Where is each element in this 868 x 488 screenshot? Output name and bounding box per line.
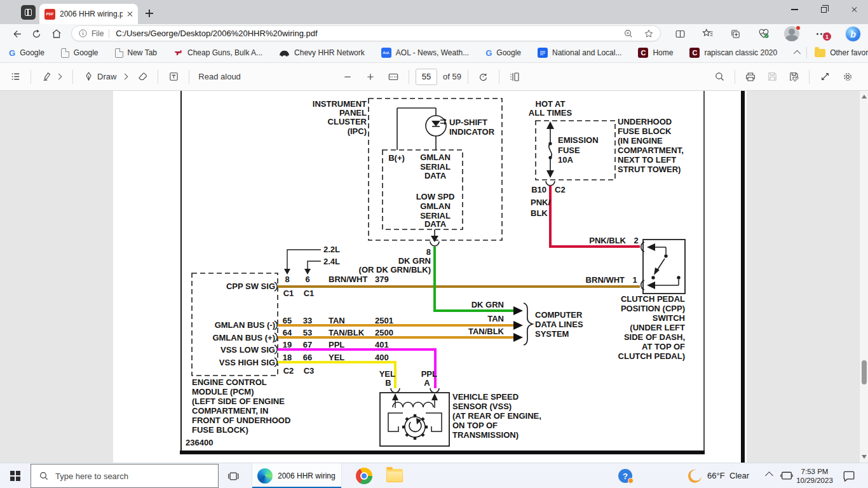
back-button[interactable] [9, 26, 24, 41]
favorite-label: National and Local... [552, 48, 621, 57]
windows-logo-icon [10, 471, 20, 481]
scroll-down-icon[interactable] [862, 455, 867, 459]
pcm-label: FRONT OF UNDERHOOD [192, 416, 290, 425]
rotate-button[interactable] [475, 68, 492, 86]
zoom-in-button[interactable] [362, 68, 379, 86]
favorite-item[interactable]: New Tab [115, 48, 157, 58]
start-button[interactable] [0, 463, 31, 488]
toolbar-divider [189, 70, 189, 84]
url-scheme-label: File [92, 29, 104, 38]
taskbar-search[interactable]: Type here to search [31, 464, 219, 488]
browser-essentials-button[interactable] [756, 26, 771, 41]
tray-expand-chevron[interactable] [765, 471, 773, 480]
page-number-input[interactable]: 55 [416, 69, 437, 85]
collections-button[interactable] [728, 26, 743, 41]
favorite-item[interactable]: Google [61, 48, 98, 58]
pdf-scrollbar[interactable] [859, 91, 868, 463]
connector-label: B10 [531, 185, 546, 194]
toc-button[interactable] [6, 68, 24, 86]
add-text-button[interactable] [165, 68, 182, 86]
favorite-label: New Tab [128, 48, 157, 57]
home-button[interactable] [49, 26, 64, 41]
data-lines-label: DATA LINES [535, 320, 583, 329]
page-view-button[interactable] [506, 68, 524, 86]
zoom-out-button[interactable] [339, 68, 356, 86]
search-icon [714, 71, 725, 82]
info-icon[interactable] [78, 29, 88, 38]
favorite-item[interactable]: Aol.AOL - News, Weath... [381, 48, 469, 58]
favorite-item[interactable]: National and Local... [538, 48, 621, 58]
favorite-star-icon[interactable] [644, 29, 654, 39]
save-button[interactable] [763, 68, 781, 86]
browser-tab[interactable]: PDF 2006 HHR wiring.pdf [39, 4, 138, 24]
address-bar[interactable]: File C:/Users/George/Desktop/2006%20HHR%… [71, 25, 661, 41]
save-as-button[interactable] [785, 68, 803, 86]
weather-condition[interactable]: Clear [729, 471, 749, 480]
restore-icon [821, 7, 827, 13]
bplus-label: B(+) [388, 153, 405, 163]
fullscreen-button[interactable] [816, 68, 834, 86]
favorite-item[interactable]: GGoogle [485, 48, 521, 58]
url-text[interactable]: C:/Users/George/Desktop/2006%20HHR%20wir… [116, 29, 623, 38]
window-minimize-button[interactable] [780, 0, 809, 19]
ipc-label: PANEL [339, 108, 367, 118]
collections-icon [730, 29, 741, 39]
refresh-button[interactable] [29, 26, 44, 41]
other-favorites-label[interactable]: Other favorites [830, 48, 868, 57]
lowspd-label: DATA [424, 219, 447, 229]
pdf-settings-button[interactable] [839, 68, 857, 86]
notification-center-icon[interactable] [843, 470, 855, 482]
draw-chevron-icon[interactable] [122, 74, 128, 80]
wire-color-label: (OR DK GRN/BLK) [359, 265, 431, 274]
cpp-label: POSITION (CPP) [621, 304, 685, 313]
window-restore-button[interactable] [809, 0, 838, 19]
edge-task-button[interactable]: 2006 HHR wiring.p... [252, 463, 342, 488]
favorites-button[interactable] [700, 26, 715, 41]
scrollbar-thumb[interactable] [862, 360, 867, 384]
tray-help-icon[interactable]: ? [618, 469, 632, 483]
scroll-up-icon[interactable] [862, 95, 867, 98]
erase-button[interactable] [133, 68, 151, 86]
ipc-label: CLUSTER [328, 117, 367, 126]
weather-temp[interactable]: 66°F [707, 471, 725, 480]
new-tab-button[interactable] [142, 6, 156, 20]
connector-label: C3 [304, 366, 315, 376]
bing-chat-button[interactable]: b [845, 26, 861, 42]
wire-color-label: PPL [329, 340, 344, 349]
task-view-button[interactable] [222, 467, 244, 485]
favorites-overflow-chevron[interactable] [794, 50, 801, 57]
highlight-button[interactable] [37, 68, 55, 86]
highlight-chevron-icon[interactable] [56, 74, 62, 80]
search-placeholder: Type here to search [55, 471, 128, 481]
plus-icon [366, 72, 375, 81]
zoom-icon[interactable] [623, 29, 634, 39]
favorite-item[interactable]: CHome [638, 48, 673, 58]
file-explorer-task-button[interactable] [386, 469, 403, 482]
pin-number: 8 [285, 274, 289, 284]
weather-moon-icon[interactable] [688, 468, 703, 484]
draw-label[interactable]: Draw [97, 72, 116, 81]
tab-close-icon[interactable] [126, 11, 133, 17]
clock[interactable]: 7:53 PM 10/29/2023 [790, 467, 839, 485]
tab-actions-icon[interactable] [21, 5, 36, 20]
pin-number: 53 [303, 328, 312, 337]
fuse-block-label: (IN ENGINE [618, 136, 663, 146]
google-favicon: G [9, 48, 15, 58]
toolbar-divider [499, 70, 499, 84]
favorite-item[interactable]: Cheap Guns, Bulk A... [173, 48, 262, 58]
wire-color-label: PNK/BLK [589, 236, 626, 245]
favorite-item[interactable]: Chevy HHR Network [279, 48, 365, 57]
search-document-button[interactable] [710, 68, 728, 86]
gmlan-serial-label: DATA [424, 171, 447, 180]
favorites-divider [806, 47, 807, 58]
print-button[interactable] [742, 68, 759, 86]
window-close-button[interactable] [838, 0, 867, 19]
split-screen-button[interactable] [672, 26, 688, 41]
chrome-task-button[interactable] [356, 468, 372, 484]
fit-to-width-button[interactable] [384, 68, 402, 86]
draw-button[interactable] [79, 68, 97, 86]
favorite-item[interactable]: GGoogle [9, 48, 44, 58]
read-aloud-button[interactable]: Read aloud [198, 72, 241, 81]
favorite-label: Chevy HHR Network [294, 48, 365, 57]
favorite-item[interactable]: Crapiscan classic 2020 [689, 48, 777, 58]
